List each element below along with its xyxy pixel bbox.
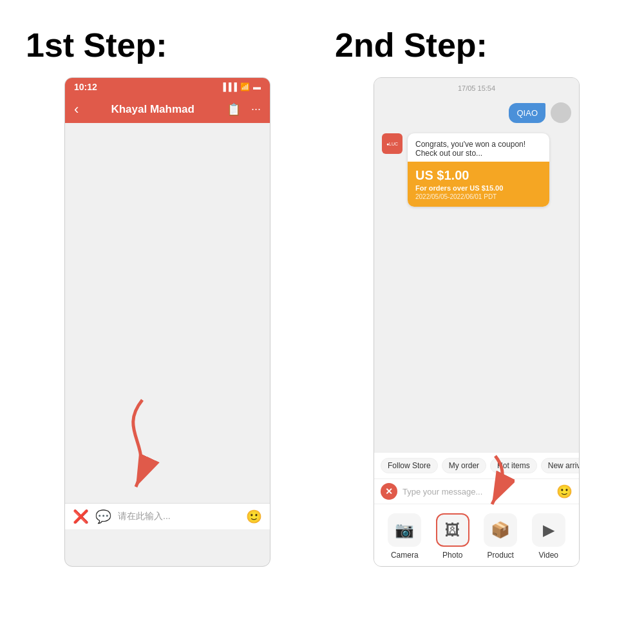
media-video[interactable]: ▶ Video (532, 513, 565, 560)
clipboard-icon[interactable]: 📋 (227, 102, 241, 117)
coupon-condition: For orders over US $15.00 (415, 184, 542, 192)
product-icon-box: 📦 (484, 513, 517, 547)
emoji-icon-right[interactable]: 🙂 (556, 484, 573, 499)
product-label: Product (488, 551, 514, 560)
media-photo[interactable]: 🖼 Photo (436, 513, 469, 560)
coupon-msg-row: ●LUC Congrats, you've won a coupon! Chec… (382, 133, 571, 207)
video-icon-box: ▶ (532, 513, 565, 547)
step1-column: 1st Step: 10:12 ▐▐▐ 📶 ▬ ‹ Khayal Mahmad … (19, 26, 316, 618)
chat-icon[interactable]: 💬 (95, 509, 111, 524)
chat-area-left (65, 123, 270, 503)
phone-mock-left: 10:12 ▐▐▐ 📶 ▬ ‹ Khayal Mahmad 📋 ··· (64, 77, 270, 567)
time-left: 10:12 (74, 82, 97, 92)
chat-messages: QIAO ●LUC Congrats, you've won a coupon!… (374, 97, 579, 452)
status-bar-left: 10:12 ▐▐▐ 📶 ▬ (65, 78, 270, 96)
nav-icons-left: 📋 ··· (227, 102, 261, 117)
logo-text: ●LUC (386, 142, 398, 146)
coupon-discount: US $1.00 For orders over US $15.00 2022/… (408, 162, 549, 207)
step1-title: 1st Step: (19, 26, 167, 64)
status-icons-left: ▐▐▐ 📶 ▬ (220, 82, 261, 91)
camera-icon-box: 📷 (388, 513, 421, 547)
photo-label: Photo (442, 551, 462, 560)
coupon-date: 2022/05/05-2022/06/01 PDT (415, 193, 542, 200)
emoji-icon-left[interactable]: 🙂 (246, 509, 262, 524)
back-button[interactable]: ‹ (74, 101, 79, 118)
input-placeholder[interactable]: 请在此输入... (118, 511, 240, 522)
tab-follow-store[interactable]: Follow Store (381, 458, 438, 473)
video-icon: ▶ (543, 521, 554, 539)
coupon-text: Congrats, you've won a coupon! Check out… (408, 133, 549, 162)
video-label: Video (539, 551, 558, 560)
tab-new-arrivals[interactable]: New arrivals (541, 458, 579, 473)
nav-bar-left: ‹ Khayal Mahmad 📋 ··· (65, 96, 270, 123)
arrow-left (104, 393, 181, 497)
coupon-card: Congrats, you've won a coupon! Check out… (408, 133, 549, 207)
signal-icon: ▐▐▐ (220, 82, 237, 91)
step2-column: 2nd Step: 17/05 15:54 QIAO ●LUC (328, 26, 625, 618)
media-camera[interactable]: 📷 Camera (388, 513, 421, 560)
input-bar-left: ❌ 💬 请在此输入... 🙂 (65, 503, 270, 529)
photo-icon-box: 🖼 (436, 513, 469, 547)
coupon-amount: US $1.00 (415, 168, 542, 183)
product-icon: 📦 (491, 521, 510, 539)
nav-title-left: Khayal Mahmad (111, 103, 194, 116)
plus-icon[interactable]: ❌ (73, 509, 89, 524)
media-options-row: 📷 Camera 🖼 Photo 📦 Product (374, 504, 579, 566)
chat-timestamp: 17/05 15:54 (374, 78, 579, 97)
msg-row-qiao: QIAO (382, 102, 571, 123)
avatar-right (551, 102, 571, 123)
camera-label: Camera (391, 551, 419, 560)
coupon-header: Congrats, you've won a coupon! Check out… (415, 140, 526, 158)
main-container: 1st Step: 10:12 ▐▐▐ 📶 ▬ ‹ Khayal Mahmad … (0, 0, 644, 644)
store-logo: ●LUC (382, 133, 402, 154)
camera-icon: 📷 (395, 521, 414, 539)
photo-icon: 🖼 (445, 521, 460, 539)
battery-icon: ▬ (253, 82, 261, 91)
arrow-right (457, 453, 515, 511)
qiao-bubble: QIAO (509, 103, 545, 123)
step2-title: 2nd Step: (328, 26, 488, 64)
phone-mock-right: 17/05 15:54 QIAO ●LUC (374, 77, 580, 567)
more-icon[interactable]: ··· (251, 102, 261, 117)
close-button[interactable]: ✕ (381, 483, 397, 500)
media-product[interactable]: 📦 Product (484, 513, 517, 560)
wifi-icon: 📶 (240, 82, 250, 91)
